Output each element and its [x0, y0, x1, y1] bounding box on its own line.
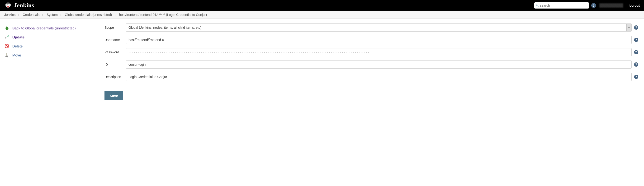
svg-line-7 [538, 5, 538, 6]
brand-logo[interactable]: Jenkins [4, 2, 34, 9]
tools-icon [4, 34, 10, 40]
id-field[interactable] [126, 60, 632, 69]
sidebar-item-label: Move [12, 53, 21, 57]
breadcrumb-item[interactable]: Global credentials (unrestricted) [65, 13, 112, 17]
sidebar-item-label: Update [12, 35, 24, 39]
svg-point-5 [8, 4, 9, 4]
breadcrumb-item[interactable]: Credentials [22, 13, 40, 17]
scope-label: Scope [104, 26, 126, 29]
username-label: Username [104, 38, 126, 42]
sidebar-item-delete[interactable]: Delete [4, 41, 100, 50]
sidebar-item-label: Back to Global credentials (unrestricted… [12, 26, 76, 30]
chevron-down-icon: ▾ [626, 24, 631, 31]
svg-rect-11 [6, 53, 7, 56]
row-description: Description ? [104, 73, 638, 81]
content-form: Scope ▾ ? Username ? Password ? [104, 19, 644, 107]
chevron-right-icon: ▸ [18, 13, 20, 16]
header-separator: | [626, 3, 626, 7]
help-icon[interactable]: ? [634, 25, 638, 30]
breadcrumb-item[interactable]: System [46, 13, 58, 17]
move-icon [4, 52, 10, 58]
main-layout: Back to Global credentials (unrestricted… [0, 19, 644, 107]
svg-point-6 [536, 4, 538, 6]
sidebar-item-move[interactable]: Move [4, 50, 100, 60]
current-user[interactable] [599, 3, 623, 7]
breadcrumb: Jenkins ▸ Credentials ▸ System ▸ Global … [0, 11, 644, 19]
description-field[interactable] [126, 73, 632, 81]
row-username: Username ? [104, 36, 638, 44]
arrow-up-icon [4, 25, 10, 31]
breadcrumb-item[interactable]: host/frontend/frontend-01/****** (Login … [119, 13, 207, 17]
row-scope: Scope ▾ ? [104, 23, 638, 31]
help-icon[interactable]: ? [634, 75, 638, 79]
logout-link[interactable]: log out [628, 3, 640, 7]
username-field[interactable] [126, 36, 632, 44]
sidebar-item-update[interactable]: Update [4, 32, 100, 41]
svg-rect-3 [6, 3, 10, 3]
chevron-right-icon: ▸ [115, 13, 116, 16]
search-input[interactable] [540, 3, 588, 7]
save-button[interactable]: Save [104, 91, 123, 100]
scope-select[interactable]: ▾ [126, 23, 632, 31]
svg-rect-8 [7, 37, 7, 37]
search-icon [536, 3, 539, 7]
brand-text: Jenkins [14, 2, 34, 9]
password-label: Password [104, 50, 126, 54]
no-entry-icon [4, 43, 10, 49]
sidebar: Back to Global credentials (unrestricted… [0, 19, 104, 107]
description-label: Description [104, 75, 126, 79]
sidebar-item-back[interactable]: Back to Global credentials (unrestricted… [4, 23, 100, 32]
sidebar-item-label: Delete [12, 44, 22, 48]
breadcrumb-item[interactable]: Jenkins [4, 13, 16, 17]
id-label: ID [104, 63, 126, 66]
scope-value[interactable] [126, 23, 632, 31]
svg-line-10 [6, 45, 8, 47]
help-icon[interactable]: ? [634, 62, 638, 67]
row-password: Password ? [104, 48, 638, 56]
jenkins-head-icon [4, 2, 12, 9]
help-icon[interactable]: ? [634, 50, 638, 54]
header-help-icon[interactable]: ? [591, 3, 596, 8]
chevron-right-icon: ▸ [42, 13, 44, 16]
search-box[interactable] [534, 2, 589, 8]
svg-point-4 [7, 4, 8, 4]
top-header: Jenkins ? | log out [0, 0, 644, 11]
row-id: ID ? [104, 60, 638, 69]
chevron-right-icon: ▸ [60, 13, 62, 16]
password-field[interactable] [126, 48, 632, 56]
help-icon[interactable]: ? [634, 38, 638, 42]
